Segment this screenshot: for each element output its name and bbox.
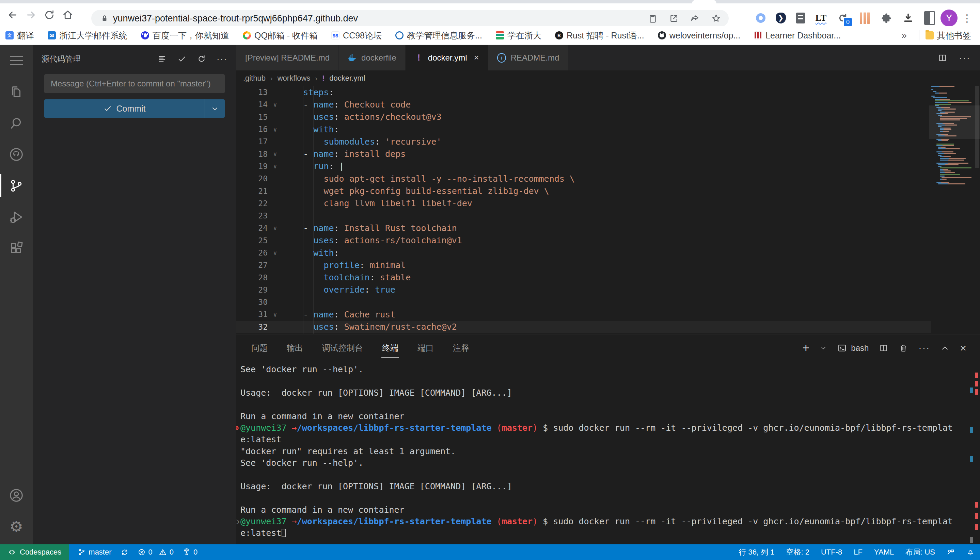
commit-message-input[interactable] bbox=[44, 74, 225, 93]
eol[interactable]: LF bbox=[854, 548, 863, 557]
maximize-panel-chevron[interactable] bbox=[940, 343, 950, 353]
source-control-icon[interactable] bbox=[0, 170, 33, 202]
code-line-29[interactable]: 29 override: true bbox=[236, 284, 931, 296]
code-line-14[interactable]: 14∨ - name: Checkout code bbox=[236, 98, 931, 110]
code-line-22[interactable]: 22 clang llvm libelf1 libelf-dev bbox=[236, 197, 931, 210]
back-button[interactable] bbox=[3, 6, 22, 24]
more-actions-icon[interactable]: ··· bbox=[217, 54, 227, 64]
forward-button[interactable] bbox=[22, 6, 40, 24]
fold-chevron-icon[interactable]: ∨ bbox=[268, 150, 283, 158]
bookmark-item[interactable]: ✉浙江大学邮件系统 bbox=[48, 30, 127, 41]
commit-check-icon[interactable] bbox=[177, 54, 187, 63]
minimap-slider[interactable] bbox=[929, 105, 980, 139]
refresh-icon[interactable] bbox=[197, 54, 206, 63]
fold-chevron-icon[interactable]: ∨ bbox=[268, 249, 283, 257]
code-line-26[interactable]: 26∨ with: bbox=[236, 247, 931, 259]
explorer-icon[interactable] bbox=[0, 76, 33, 108]
run-debug-icon[interactable] bbox=[0, 202, 33, 233]
panel-tab[interactable]: 端口 bbox=[417, 337, 435, 360]
fold-chevron-icon[interactable]: ∨ bbox=[268, 225, 283, 232]
fold-chevron-icon[interactable]: ∨ bbox=[268, 101, 283, 108]
refresh-button[interactable] bbox=[40, 6, 59, 24]
bookmark-item[interactable]: QQ邮箱 - 收件箱 bbox=[243, 30, 318, 41]
pencils-extension-icon[interactable] bbox=[859, 12, 870, 24]
breadcrumb-file[interactable]: docker.yml bbox=[329, 74, 365, 83]
notes-extension-icon[interactable] bbox=[796, 13, 805, 23]
code-line-21[interactable]: 21 wget pkg-config build-essential zlib1… bbox=[236, 185, 931, 197]
editor-scrollbar[interactable] bbox=[975, 86, 979, 168]
indentation[interactable]: 空格: 2 bbox=[786, 547, 809, 557]
reading-mode-icon[interactable] bbox=[924, 11, 935, 25]
bookmark-item[interactable]: RRust 招聘 - Rust语... bbox=[555, 30, 644, 41]
panel-tab[interactable]: 注释 bbox=[452, 337, 470, 360]
breadcrumb[interactable]: .github›workflows›!docker.yml bbox=[236, 70, 980, 86]
feedback-icon[interactable] bbox=[947, 548, 955, 556]
editor-tab-dockerfile[interactable]: dockerfile bbox=[339, 45, 405, 70]
sync-indicator[interactable] bbox=[120, 548, 129, 556]
panel-tab[interactable]: 问题 bbox=[251, 337, 268, 360]
code-line-19[interactable]: 19∨ run: | bbox=[236, 160, 931, 172]
code-line-16[interactable]: 16∨ with: bbox=[236, 123, 931, 135]
code-line-32[interactable]: 32 uses: Swatinem/rust-cache@v2 bbox=[236, 321, 931, 333]
editor-more-actions-icon[interactable]: ··· bbox=[959, 52, 970, 63]
account-icon[interactable] bbox=[0, 480, 33, 511]
code-editor[interactable]: 13 steps:14∨ - name: Checkout code15 use… bbox=[236, 86, 931, 334]
panel-more-actions-icon[interactable]: ··· bbox=[918, 343, 930, 353]
code-line-18[interactable]: 18∨ - name: install deps bbox=[236, 148, 931, 160]
ports-indicator[interactable]: 0 bbox=[182, 548, 197, 557]
encoding[interactable]: UTF-8 bbox=[821, 548, 842, 557]
split-editor-icon[interactable] bbox=[938, 53, 947, 63]
split-terminal-icon[interactable] bbox=[879, 343, 888, 353]
commit-button[interactable]: Commit bbox=[44, 99, 225, 118]
notifications-bell-icon[interactable] bbox=[967, 548, 975, 556]
fold-chevron-icon[interactable]: ∨ bbox=[268, 126, 283, 133]
extensions-icon[interactable] bbox=[0, 233, 33, 264]
code-line-20[interactable]: 20 sudo apt-get install -y --no-install-… bbox=[236, 172, 931, 185]
bookmark-item[interactable]: weloveinterns/op... bbox=[658, 31, 740, 40]
cursor-position[interactable]: 行 36, 列 1 bbox=[739, 547, 774, 557]
problems-indicator[interactable]: 0 0 bbox=[137, 548, 174, 557]
media-ring-extension-icon[interactable] bbox=[756, 13, 766, 23]
kill-terminal-trash-icon[interactable] bbox=[899, 343, 908, 353]
code-line-15[interactable]: 15 uses: actions/checkout@v3 bbox=[236, 111, 931, 123]
close-panel-icon[interactable]: × bbox=[960, 342, 967, 355]
view-as-list-icon[interactable] bbox=[157, 54, 167, 63]
breadcrumb-part[interactable]: workflows bbox=[278, 74, 311, 83]
language-mode[interactable]: YAML bbox=[874, 548, 894, 557]
shield-extension-icon[interactable]: ❯ bbox=[776, 13, 786, 23]
panel-tab[interactable]: 输出 bbox=[286, 337, 304, 360]
bookmark-item[interactable]: 学在浙大 bbox=[496, 30, 542, 41]
branch-indicator[interactable]: master bbox=[78, 548, 111, 557]
keyboard-layout[interactable]: 布局: US bbox=[905, 547, 935, 557]
bookmark-star-icon[interactable] bbox=[711, 13, 721, 23]
bookmark-item[interactable]: 百度一下，你就知道 bbox=[141, 30, 229, 41]
settings-gear-icon[interactable]: ⚙ bbox=[0, 511, 33, 542]
clipboard-icon[interactable] bbox=[648, 13, 658, 23]
open-in-window-icon[interactable] bbox=[669, 13, 679, 23]
new-terminal-icon[interactable]: + bbox=[802, 341, 809, 355]
terminal-dropdown-chevron[interactable] bbox=[819, 344, 827, 352]
code-line-30[interactable]: 30 bbox=[236, 296, 931, 308]
browser-profile-avatar[interactable]: Y bbox=[940, 10, 958, 27]
fold-chevron-icon[interactable]: ∨ bbox=[268, 311, 283, 318]
bookmark-item[interactable]: 文翻译 bbox=[5, 30, 34, 41]
languagetool-extension-icon[interactable]: LT bbox=[815, 12, 827, 24]
fold-chevron-icon[interactable]: ∨ bbox=[268, 163, 283, 170]
close-tab-icon[interactable]: × bbox=[474, 52, 479, 63]
search-icon[interactable] bbox=[0, 108, 33, 139]
url-bar[interactable]: yunwei37-potential-space-trout-rpr5qwj66… bbox=[91, 10, 729, 27]
browser-menu-icon[interactable]: ⋮ bbox=[960, 10, 974, 27]
code-line-31[interactable]: 31∨ - name: Cache rust bbox=[236, 308, 931, 320]
menu-hamburger-icon[interactable] bbox=[0, 45, 33, 76]
home-button[interactable] bbox=[59, 6, 77, 24]
code-line-25[interactable]: 25 uses: actions-rs/toolchain@v1 bbox=[236, 234, 931, 247]
commit-dropdown-chevron[interactable] bbox=[205, 99, 225, 118]
terminal[interactable]: See 'docker run --help'.Usage: docker ru… bbox=[236, 364, 970, 543]
bookmark-item[interactable]: Learner Dashboar... bbox=[754, 31, 841, 40]
code-line-24[interactable]: 24∨ - name: Install Rust toolchain bbox=[236, 222, 931, 234]
code-line-27[interactable]: 27 profile: minimal bbox=[236, 259, 931, 271]
github-icon[interactable] bbox=[0, 139, 33, 170]
editor-tab-readme.md[interactable]: iREADME.md bbox=[488, 45, 568, 70]
downloads-icon[interactable] bbox=[902, 12, 914, 24]
remote-indicator[interactable]: Codespaces bbox=[0, 544, 69, 560]
